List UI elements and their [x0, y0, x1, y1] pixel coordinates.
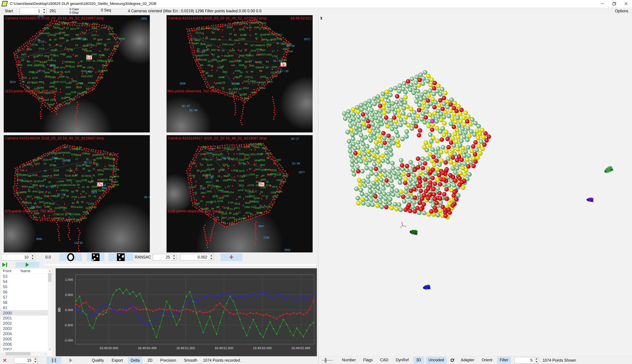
column-name[interactable]: Name: [18, 269, 31, 273]
list-item[interactable]: 61: [1, 305, 48, 310]
restore-icon[interactable]: [608, 0, 620, 8]
view-toggle-filter[interactable]: Filter: [497, 356, 511, 364]
list-item[interactable]: 2007: [1, 347, 48, 350]
scroll-thumb[interactable]: [48, 273, 52, 282]
view-toggle-cad[interactable]: CAD: [377, 356, 391, 364]
point-size-slider[interactable]: [322, 357, 333, 364]
spinner-arrows[interactable]: [534, 357, 539, 363]
list-item[interactable]: 55: [1, 284, 48, 289]
filter-value[interactable]: 5: [515, 357, 534, 363]
options-menu[interactable]: Options: [615, 9, 628, 13]
frame-rate-spinner[interactable]: 15: [14, 357, 38, 364]
sequence-progress-bar[interactable]: [44, 264, 317, 266]
ellipse-mode-toggle[interactable]: [60, 253, 82, 261]
pause-icon: [52, 358, 53, 362]
camera-view-3[interactable]: Camera 4103146234 2018_03_20 16_49_52_62…: [4, 135, 150, 252]
mode-button-quality[interactable]: Quality: [89, 357, 107, 364]
spinner-arrows[interactable]: [172, 254, 176, 260]
scroll-thumb[interactable]: [5, 352, 31, 356]
points-shown-label: 1074 Points Shown: [543, 358, 576, 363]
chart-canvas: [56, 268, 317, 356]
camera-4-points-observed: 1106 points observed, 835 used.: [167, 209, 221, 213]
list-item[interactable]: 53: [1, 274, 48, 279]
add-point-button[interactable]: +: [221, 253, 243, 261]
view-toggle-flags[interactable]: Flags: [360, 356, 375, 364]
ransac-tolerance-spinner[interactable]: 0.002: [180, 254, 214, 260]
slider-handle[interactable]: [325, 358, 326, 363]
points-recorded-label: 1074 Points recorded.: [203, 358, 241, 363]
list-item[interactable]: 54: [1, 279, 48, 284]
3d-point-view[interactable]: [318, 14, 632, 356]
spinner-arrows[interactable]: [30, 254, 35, 260]
application-window: C:\Users\beta\Desktop\180625 DLR gesamt\…: [0, 0, 632, 364]
view-toggle-orient[interactable]: Orient: [479, 356, 495, 364]
filter-spinner[interactable]: 5: [514, 357, 539, 364]
play-button[interactable]: [66, 357, 76, 364]
start-frame-spinner[interactable]: 1: [20, 8, 47, 14]
scroll-left-icon[interactable]: ‹: [1, 352, 5, 356]
play-icon: [26, 262, 29, 267]
title-bar: C:\Users\beta\Desktop\180625 DLR gesamt\…: [0, 0, 632, 8]
mode-button-2d[interactable]: 2D: [145, 357, 155, 364]
view-toggle-number[interactable]: Number: [339, 356, 358, 364]
play-icon: [69, 358, 73, 362]
list-item[interactable]: 2005: [1, 336, 48, 342]
spinner-arrows[interactable]: [42, 8, 46, 14]
minimize-icon[interactable]: [596, 0, 608, 8]
camera-view-1[interactable]: Camera 4103142578 2018_03_20 16_49_52_62…: [4, 15, 150, 132]
time-series-chart[interactable]: [56, 268, 317, 356]
start-frame-value[interactable]: 1: [20, 8, 42, 14]
spinner-arrows[interactable]: [209, 254, 214, 260]
view-toggle-adapter[interactable]: Adapter: [458, 356, 477, 364]
ransac-tolerance-value[interactable]: 0.002: [180, 254, 209, 260]
list-item[interactable]: 58: [1, 300, 48, 305]
list-item[interactable]: 2004: [1, 331, 48, 336]
vertical-scrollbar[interactable]: ∧ ∨: [48, 269, 52, 351]
scroll-up-icon[interactable]: ∧: [48, 269, 52, 273]
list-item[interactable]: 2000: [1, 310, 48, 316]
sigma-icon[interactable]: Ơ: [449, 356, 456, 364]
play-sequence-button[interactable]: [16, 262, 39, 268]
camera-1-filename: Camera 4103142578 2018_03_20 16_49_52_62…: [5, 16, 104, 20]
coded-target-toggle[interactable]: [87, 253, 104, 261]
camera-4-canvas: [166, 135, 313, 252]
camera-view-4[interactable]: Camera 4103146417 2018_03_20 16_49_52_62…: [166, 135, 313, 252]
mode-button-delta[interactable]: Delta: [128, 357, 142, 364]
delete-icon[interactable]: ✕: [3, 358, 7, 363]
frame-rate-value[interactable]: 15: [14, 357, 33, 363]
list-item[interactable]: 2002: [1, 321, 48, 326]
list-item[interactable]: 56: [1, 289, 48, 294]
view-toggle-dynref[interactable]: DynRef: [393, 356, 411, 364]
pattern-target-toggle[interactable]: [108, 253, 133, 261]
list-item[interactable]: 57: [1, 294, 48, 300]
view-options-bar: NumberFlagsCADDynRef3DUncodedƠAdapterOri…: [318, 356, 632, 364]
view-toggle-3d[interactable]: 3D: [413, 356, 424, 364]
spinner-arrows[interactable]: [33, 357, 38, 363]
total-frames-label: 291: [50, 9, 56, 13]
scroll-right-icon[interactable]: ›: [44, 352, 48, 356]
plus-icon: +: [229, 254, 234, 260]
camera-2-timestamp: 16:49:52:621: [290, 16, 312, 20]
skip-to-end-button[interactable]: [2, 262, 7, 267]
mode-button-smooth[interactable]: Smooth: [181, 357, 200, 364]
view-toggle-uncoded[interactable]: Uncoded: [426, 356, 447, 364]
camera-view-2[interactable]: Camera 4103142579 2018_03_20 16_49_52_62…: [166, 15, 313, 132]
point-list-header[interactable]: Point Name: [1, 268, 52, 274]
camera-2-points-observed: 963 points observed, 742 used.: [167, 89, 219, 93]
column-point[interactable]: Point: [1, 269, 18, 273]
mode-button-export[interactable]: Export: [109, 357, 125, 364]
scroll-down-icon[interactable]: ∨: [48, 347, 52, 351]
horizontal-scrollbar[interactable]: ‹ ›: [1, 352, 48, 356]
camera-2-filename: Camera 4103142579 2018_03_20 16_49_52_62…: [168, 16, 267, 20]
window-size-value[interactable]: 10: [2, 254, 30, 260]
ransac-points-value[interactable]: 25: [153, 254, 172, 260]
app-icon: [1, 1, 8, 6]
pause-button[interactable]: [47, 357, 61, 364]
list-item[interactable]: 2006: [1, 342, 48, 347]
close-icon[interactable]: [620, 0, 632, 8]
list-item[interactable]: 2001: [1, 316, 48, 321]
list-item[interactable]: 2003: [1, 326, 48, 331]
mode-button-precision[interactable]: Precision: [157, 357, 179, 364]
window-size-spinner[interactable]: 10: [1, 254, 35, 260]
ransac-points-spinner[interactable]: 25: [153, 254, 176, 260]
